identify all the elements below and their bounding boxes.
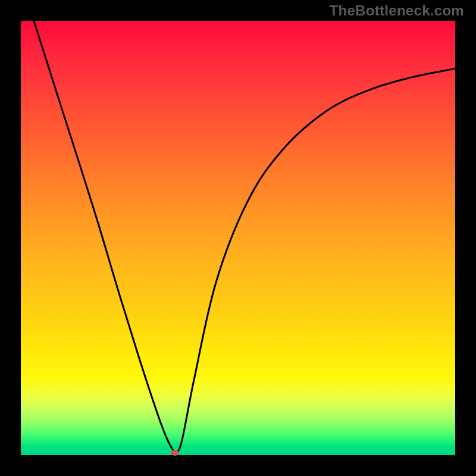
plot-area: [21, 21, 455, 455]
min-point-marker: [171, 450, 179, 456]
curve-svg: [21, 21, 455, 455]
chart-frame: TheBottleneck.com: [0, 0, 476, 476]
bottleneck-curve: [34, 21, 455, 453]
watermark-text: TheBottleneck.com: [330, 2, 464, 19]
